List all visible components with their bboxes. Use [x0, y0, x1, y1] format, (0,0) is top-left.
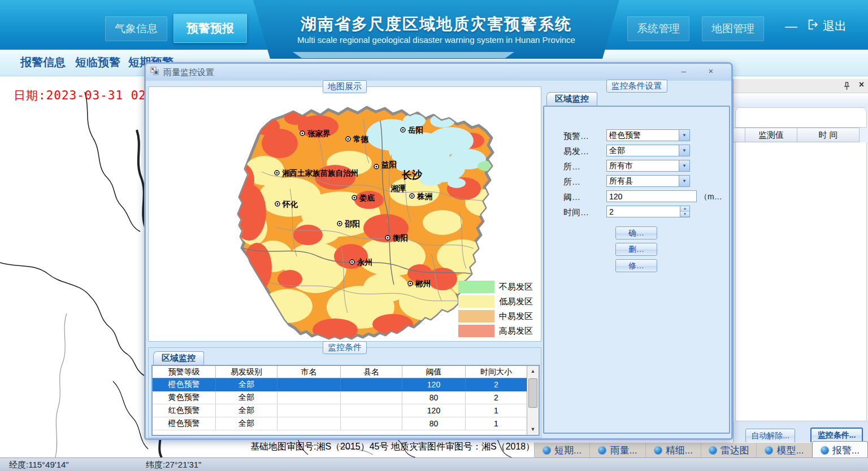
subnav-shortterm-warning[interactable]: 短临预警	[75, 55, 120, 70]
dialog-close-button[interactable]: ×	[704, 66, 718, 77]
time-size-value: 2	[607, 207, 680, 216]
legend-item: 高易发区	[458, 324, 533, 338]
table-cell: 80	[402, 391, 466, 404]
map-display-label: 地图展示	[323, 80, 367, 93]
taskbar-item[interactable]: 报警...	[812, 441, 868, 457]
table-cell: 黄色预警	[153, 391, 216, 404]
city-label: 娄底	[359, 194, 375, 202]
city-label: 邵阳	[344, 220, 360, 228]
dialog-titlebar[interactable]: 雨量监控设置	[146, 64, 731, 81]
table-row[interactable]: 橙色预警全部801	[153, 417, 539, 430]
table-header-cell: 时间大小	[466, 366, 527, 378]
table-cell	[277, 378, 341, 391]
susceptibility-select[interactable]: 全部 ▼	[606, 145, 690, 156]
tab-region-monitor-right[interactable]: 区域监控	[546, 92, 597, 106]
globe-icon	[598, 446, 606, 455]
map-display-group: 地图展示	[148, 86, 541, 342]
table-row[interactable]: 黄色预警全部802	[153, 391, 539, 404]
table-cell	[277, 417, 341, 430]
right-dock-panel: × 监测值 时 间 自动解除... 监控条件...	[733, 79, 868, 457]
county-select[interactable]: 所有县 ▼	[606, 175, 690, 187]
modify-button[interactable]: 修…	[615, 259, 657, 272]
table-cell: 1	[466, 417, 527, 430]
city-label: 益阳	[381, 160, 397, 169]
chevron-down-icon[interactable]: ▼	[679, 176, 689, 186]
scroll-down-arrow[interactable]: ▼	[527, 424, 539, 435]
threshold-value: 120	[607, 192, 696, 201]
table-cell: 80	[402, 417, 466, 430]
map-legend: 不易发区低易发区中易发区高易发区	[458, 280, 533, 338]
exit-button[interactable]: 退出	[807, 18, 847, 34]
spinner-buttons[interactable]: ▲▼	[680, 206, 689, 217]
city-select[interactable]: 所有市 ▼	[606, 160, 690, 172]
delete-button[interactable]: 删…	[615, 243, 657, 256]
city-marker-dot	[410, 283, 411, 285]
tab-region-monitor-bottom[interactable]: 区域监控	[153, 351, 204, 365]
city-label: 衡阳	[392, 234, 408, 242]
scroll-up-arrow[interactable]: ▲	[527, 366, 539, 377]
table-cell: 红色预警	[153, 404, 216, 417]
taskbar-item-label: 雨量...	[610, 444, 637, 457]
app-window: 湖南省多尺度区域地质灾害预警系统 Multi scale regional ge…	[0, 0, 868, 471]
table-cell	[277, 404, 341, 417]
scroll-thumb[interactable]	[528, 378, 537, 408]
table-scrollbar[interactable]: ▲ ▼	[527, 366, 539, 435]
legend-item: 低易发区	[458, 294, 533, 309]
dialog-form-icon	[150, 67, 159, 78]
exit-label: 退出	[823, 18, 847, 34]
window-minimize-button[interactable]: —	[783, 19, 800, 34]
nav-map-management[interactable]: 地图管理	[702, 16, 764, 41]
table-cell	[277, 391, 341, 404]
city-value: 所有市	[607, 161, 679, 171]
spinner-down-icon[interactable]: ▼	[680, 212, 689, 217]
city-label: 常德	[353, 135, 369, 143]
city-label: 张家界	[307, 129, 331, 138]
city-label: 株洲	[416, 192, 433, 200]
chevron-down-icon[interactable]: ▼	[679, 145, 689, 156]
city-marker-dot	[387, 237, 389, 239]
table-cell	[341, 417, 402, 430]
taskbar-item[interactable]: 雨量...	[589, 443, 645, 457]
subnav-alarm-info[interactable]: 报警信息	[20, 55, 66, 70]
city-marker-dot	[402, 129, 404, 131]
globe-icon	[709, 446, 717, 455]
table-row[interactable]: 红色预警全部1201	[153, 404, 539, 417]
nav-system-management[interactable]: 系统管理	[627, 16, 689, 41]
city-label: 湘西土家族苗族自治州	[282, 169, 358, 177]
city-marker-dot	[348, 138, 349, 140]
legend-swatch	[458, 325, 494, 337]
table-cell: 全部	[216, 378, 277, 391]
table-row[interactable]: 橙色预警全部1202	[153, 378, 539, 391]
monitor-settings-label: 监控条件设置	[606, 80, 667, 93]
rainfall-monitor-dialog: 雨量监控设置 – × 地图展示	[144, 62, 733, 440]
city-label: 岳阳	[407, 126, 423, 134]
dock-close-icon[interactable]: ×	[859, 80, 864, 90]
city-marker-dot	[339, 223, 341, 225]
nav-weather-info[interactable]: 气象信息	[105, 16, 167, 41]
dialog-minimize-button[interactable]: –	[677, 66, 691, 77]
taskbar-item[interactable]: 雷达图	[701, 443, 756, 457]
confirm-button[interactable]: 确…	[615, 226, 657, 239]
chevron-down-icon[interactable]: ▼	[679, 130, 689, 141]
city-label: 郴州	[415, 280, 431, 288]
map-review-number: 基础地图审图号:湘S（2015）45号 地质灾害图件审图号：湘S（2018）04…	[250, 441, 535, 453]
warning-level-select[interactable]: 橙色预警 ▼	[606, 129, 690, 141]
taskbar-item[interactable]: 精细...	[645, 443, 701, 457]
table-header-cell: 阈值	[402, 366, 466, 378]
table-cell: 橙色预警	[153, 417, 216, 430]
county-label: 所…	[563, 177, 580, 187]
nav-warning-forecast[interactable]: 预警预报	[173, 14, 247, 43]
threshold-input[interactable]: 120	[606, 190, 697, 202]
auto-release-button[interactable]: 自动解除...	[745, 429, 795, 443]
taskbar-item[interactable]: 模型...	[756, 443, 811, 457]
dock-subpanel	[735, 107, 867, 128]
globe-icon	[654, 446, 662, 455]
spinner-up-icon[interactable]: ▲	[680, 206, 689, 212]
city-marker-dot	[276, 172, 278, 174]
dock-pin-icon[interactable]	[843, 82, 850, 93]
time-size-spinner[interactable]: 2 ▲▼	[606, 206, 690, 217]
taskbar-item-label: 报警...	[832, 444, 860, 457]
monitor-conditions-group: 监控条件 区域监控 预警等级易发级别市名县名阈值时间大小 橙色预警全部1202黄…	[148, 347, 541, 438]
taskbar-item[interactable]: 短期...	[534, 443, 589, 457]
chevron-down-icon[interactable]: ▼	[679, 160, 689, 171]
